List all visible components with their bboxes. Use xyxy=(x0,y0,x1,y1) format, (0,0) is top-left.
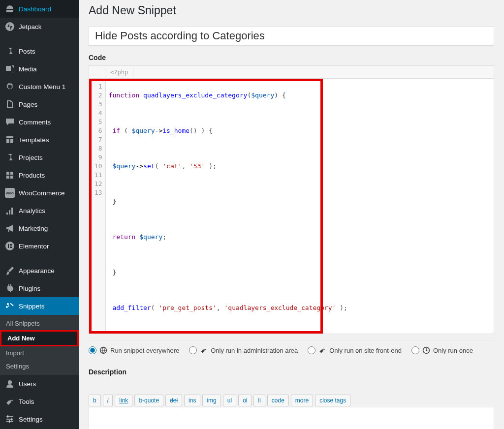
code-editor[interactable]: 12345678910111213 function quadlayers_ex… xyxy=(89,79,494,334)
scope-radio-once[interactable] xyxy=(411,346,419,354)
menu-plugins[interactable]: Plugins xyxy=(0,279,79,297)
qt-link[interactable]: link xyxy=(115,395,132,406)
menu-tools[interactable]: Tools xyxy=(0,393,79,410)
qt-ul[interactable]: ul xyxy=(223,395,236,406)
qt-bquote[interactable]: b-quote xyxy=(134,395,163,406)
scope-label: Only run on site front-end xyxy=(329,347,402,354)
menu-pages[interactable]: Pages xyxy=(0,95,79,113)
tools-icon xyxy=(5,397,15,406)
snippets-icon xyxy=(5,301,15,311)
menu-label: Custom Menu 1 xyxy=(19,83,65,91)
submenu-import[interactable]: Import xyxy=(0,346,79,360)
elementor-icon xyxy=(5,241,15,251)
svg-rect-7 xyxy=(11,418,12,421)
menu-settings[interactable]: Settings xyxy=(0,410,79,428)
snippets-submenu: All Snippets Add New Import Settings xyxy=(0,315,79,375)
menu-label: Users xyxy=(19,380,36,388)
svg-rect-8 xyxy=(9,420,10,423)
scope-front[interactable]: Only run on site front-end xyxy=(308,346,402,354)
qt-more[interactable]: more xyxy=(291,395,313,406)
jetpack-icon xyxy=(5,22,15,31)
menu-templates[interactable]: Templates xyxy=(0,131,79,149)
menu-elementor[interactable]: Elementor xyxy=(0,237,79,255)
menu-custom1[interactable]: Custom Menu 1 xyxy=(0,78,79,95)
scope-everywhere[interactable]: Run snippet everywhere xyxy=(89,346,179,354)
qt-img[interactable]: img xyxy=(202,395,220,406)
scope-label: Only run in administration area xyxy=(211,347,298,354)
scope-radio-front[interactable] xyxy=(308,346,315,354)
description-textarea[interactable] xyxy=(89,407,494,429)
menu-label: Comments xyxy=(19,119,51,126)
code-editor-container: <?php 12345678910111213 function quadlay… xyxy=(89,65,494,334)
menu-jetpack[interactable]: Jetpack xyxy=(0,18,79,35)
menu-media[interactable]: Media xyxy=(0,60,79,78)
wrench-icon xyxy=(200,346,208,354)
menu-label: Posts xyxy=(19,48,35,55)
menu-appearance[interactable]: Appearance xyxy=(0,262,79,279)
submenu-all-snippets[interactable]: All Snippets xyxy=(0,317,79,330)
scope-label: Only run once xyxy=(433,347,473,354)
menu-label: Templates xyxy=(19,136,49,144)
svg-point-0 xyxy=(5,22,14,31)
quicktags-toolbar: b i link b-quote del ins img ul ol li co… xyxy=(89,395,494,406)
description-heading: Description xyxy=(89,368,494,376)
qt-close[interactable]: close tags xyxy=(315,395,350,406)
main-content: Add New Snippet Code <?php 1234567891011… xyxy=(79,0,504,429)
menu-marketing[interactable]: Marketing xyxy=(0,219,79,237)
qt-code[interactable]: code xyxy=(267,395,289,406)
analytics-icon xyxy=(5,206,15,215)
qt-i[interactable]: i xyxy=(103,395,113,406)
code-content[interactable]: function quadlayers_exclude_category($qu… xyxy=(106,81,350,331)
products-icon xyxy=(5,170,15,180)
qt-del[interactable]: del xyxy=(165,395,182,406)
dashboard-icon xyxy=(5,4,15,14)
wrench-icon xyxy=(318,346,326,354)
scope-admin[interactable]: Only run in administration area xyxy=(189,346,298,354)
qt-ins[interactable]: ins xyxy=(184,395,200,406)
menu-projects[interactable]: Projects xyxy=(0,149,79,166)
brush-icon xyxy=(5,266,15,276)
menu-posts[interactable]: Posts xyxy=(0,42,79,60)
code-heading: Code xyxy=(89,54,494,61)
pin-icon xyxy=(5,153,15,162)
menu-analytics[interactable]: Analytics xyxy=(0,202,79,219)
settings-icon xyxy=(5,414,15,424)
snippet-title-input[interactable] xyxy=(89,26,494,46)
menu-label: Appearance xyxy=(19,267,55,275)
page-title: Add New Snippet xyxy=(89,4,494,17)
scope-label: Run snippet everywhere xyxy=(110,347,179,354)
menu-label: Elementor xyxy=(19,243,49,250)
marketing-icon xyxy=(5,223,15,233)
scope-radio-admin[interactable] xyxy=(189,346,197,354)
menu-label: Settings xyxy=(19,416,43,423)
qt-ol[interactable]: ol xyxy=(238,395,252,406)
plugins-icon xyxy=(5,283,15,293)
menu-snippets[interactable]: Snippets xyxy=(0,297,79,315)
globe-icon xyxy=(99,346,107,354)
menu-label: Pages xyxy=(19,101,37,108)
menu-users[interactable]: Users xyxy=(0,375,79,393)
submenu-add-new[interactable]: Add New xyxy=(1,332,77,345)
svg-point-2 xyxy=(8,380,12,384)
line-numbers: 12345678910111213 xyxy=(92,81,106,331)
menu-label: WooCommerce xyxy=(19,189,65,197)
scope-once[interactable]: Only run once xyxy=(411,346,473,354)
admin-sidebar: Dashboard Jetpack Posts Media Custom Men… xyxy=(0,0,79,429)
menu-comments[interactable]: Comments xyxy=(0,113,79,131)
comments-icon xyxy=(5,117,15,127)
gear-icon xyxy=(5,82,15,92)
menu-products[interactable]: Products xyxy=(0,166,79,184)
clock-icon xyxy=(422,346,430,354)
pages-icon xyxy=(5,99,15,109)
svg-rect-6 xyxy=(7,415,8,418)
php-tag: <?php xyxy=(105,67,133,77)
qt-b[interactable]: b xyxy=(89,395,101,406)
menu-dashboard[interactable]: Dashboard xyxy=(0,0,79,18)
menu-label: Analytics xyxy=(19,207,45,214)
templates-icon xyxy=(5,135,15,145)
menu-woocommerce[interactable]: woo WooCommerce xyxy=(0,184,79,202)
qt-li[interactable]: li xyxy=(253,395,265,406)
media-icon xyxy=(5,64,15,74)
submenu-settings[interactable]: Settings xyxy=(0,360,79,373)
scope-radio-everywhere[interactable] xyxy=(89,346,96,354)
